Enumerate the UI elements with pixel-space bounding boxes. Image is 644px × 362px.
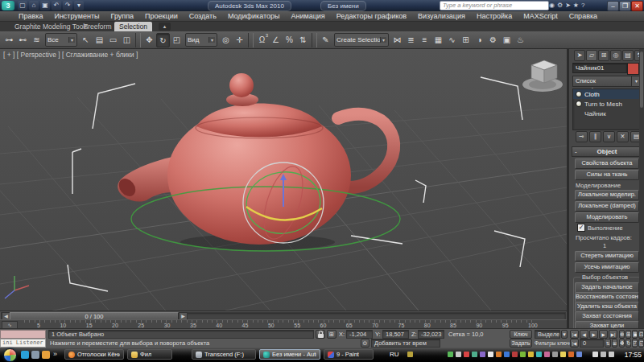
spinner-snap-button[interactable]: ⇅ [296,33,310,47]
selection-filter-select[interactable]: Все ▾ [45,33,77,47]
qat-dropdown-icon[interactable]: ▾ [74,1,84,10]
taskbar-clock[interactable]: 17:55 [625,351,642,359]
time-tag-icon[interactable]: ⊙ [361,339,369,348]
menu-views[interactable]: Проекции [139,12,184,20]
frame-spinner[interactable]: ⇅ [605,339,611,348]
tab-display-icon[interactable]: ▤ [622,50,634,61]
select-rotate-button[interactable]: ↻ [156,33,170,47]
task-paint[interactable]: 9 - Paint [324,349,374,360]
tray-icon[interactable] [496,352,502,357]
viewport-canvas[interactable]: [ + ] [ Perspective ] [ Сглаживание + бл… [0,49,567,311]
current-frame-field[interactable]: 0 [580,339,604,348]
new-file-icon[interactable]: ▢ [18,1,27,10]
pin-stack-icon[interactable]: ⊸ [576,131,588,142]
tray-icon[interactable] [528,352,534,357]
app-logo-icon[interactable]: 3 [2,1,14,10]
go-to-start-button[interactable]: |◀ [570,330,579,339]
rendered-frame-button[interactable]: ▣ [500,33,514,47]
make-unique-icon[interactable]: ∨ [603,131,615,142]
time-slider[interactable]: ◀ 0 / 100 ▶ [0,311,567,319]
menu-rendering[interactable]: Визуализация [412,12,471,20]
go-to-end-button[interactable]: ▶| [609,330,617,339]
select-and-link-icon[interactable]: ⊶ [2,33,16,47]
favorites-icon[interactable]: ★ [573,1,579,10]
track-bar[interactable]: ∿ 510 1520 2530 3540 4550 5560 6570 7580… [0,319,567,328]
object-properties-button[interactable]: Свойства объекта [575,158,639,169]
tray-icon[interactable] [480,352,485,357]
next-frame-button[interactable]: ▶ [599,330,608,339]
x-coordinate-field[interactable]: -1,204 [346,330,373,339]
edit-named-selections-button[interactable]: ✎ [319,33,332,47]
mirror-button[interactable]: ⋈ [390,33,404,47]
select-scale-button[interactable]: ◰ [170,33,184,47]
undo-icon[interactable]: ↶ [52,1,61,10]
simulate-button[interactable]: Моделировать [575,212,639,223]
volume-icon[interactable] [609,352,614,357]
tray-icon[interactable] [512,352,518,357]
curve-editor-button[interactable]: ∿ [445,33,459,47]
tray-icon[interactable] [520,352,526,357]
task-folder[interactable]: Фил [127,349,172,360]
redo-icon[interactable]: ↷ [63,1,72,10]
remove-modifier-icon[interactable]: ✕ [617,131,629,142]
tray-icon[interactable] [544,352,550,357]
use-pivot-center-button[interactable]: ◎ [219,33,233,47]
start-button[interactable] [3,348,17,362]
save-file-icon[interactable]: ▣ [40,1,50,10]
add-time-tag-field[interactable]: Добавить тэг врем [371,339,440,348]
simulate-local-button[interactable]: Локальное моделир. [575,190,639,200]
simulate-local-damped-button[interactable]: Локальное (damped) [575,201,639,212]
select-by-name-button[interactable]: ▤ [93,33,106,47]
quicklaunch-chevron-icon[interactable]: » [53,350,57,358]
tray-icon[interactable] [576,352,582,357]
y-coordinate-field[interactable]: 18,507 [382,330,409,339]
pan-icon[interactable]: ✥ [619,339,625,348]
selection-region-button[interactable]: ▭ [106,33,120,47]
chevron-down-icon[interactable]: ▾ [561,330,568,339]
communication-icon[interactable]: ➤ [565,1,571,10]
select-object-button[interactable]: ↖ [79,33,93,47]
show-end-result-icon[interactable]: ∥ [589,131,601,142]
menu-group[interactable]: Группа [105,12,140,20]
render-setup-button[interactable]: ⚙ [486,33,500,47]
field-of-view-icon[interactable]: ◰ [632,339,638,348]
menu-create[interactable]: Создать [184,12,222,20]
menu-animation[interactable]: Анимация [285,12,330,20]
tray-icon[interactable] [552,352,558,357]
set-keys-button[interactable]: Задать [510,339,532,348]
zoom-icon[interactable]: ⊕ [619,330,625,339]
tray-icon[interactable] [488,352,493,357]
maximize-viewport-icon[interactable]: ◱ [638,339,644,348]
tray-icon[interactable] [407,352,413,357]
z-coordinate-field[interactable]: -32,023 [418,330,444,339]
tray-icon[interactable] [568,352,574,357]
tab-create-icon[interactable]: ➤ [574,50,585,61]
language-indicator[interactable]: RU [390,351,399,358]
tray-icon[interactable] [472,352,477,357]
key-mode-toggle-button[interactable]: |◀ [570,339,579,348]
zoom-all-icon[interactable]: ⊞ [625,330,631,339]
quicklaunch-icon[interactable] [21,351,29,359]
selection-lock-button[interactable] [316,330,325,339]
task-3dsmax[interactable]: Без имени - Autode... [259,349,320,360]
menu-tools[interactable]: Инструменты [48,12,105,20]
reference-coordinate-select[interactable]: Вид ▾ [185,33,217,47]
tab-freeform[interactable]: Freeform [79,22,116,31]
macro-recorder-pane[interactable] [0,330,46,339]
quicklaunch-icon[interactable] [42,351,50,359]
menu-help[interactable]: Справка [564,12,603,20]
erase-simulation-button[interactable]: Стереть имитацию [575,251,639,261]
bulb-icon[interactable] [576,91,582,97]
select-move-button[interactable]: ✥ [142,33,156,47]
search-input[interactable]: Type a keyword or phrase [440,1,549,10]
menu-graph-editors[interactable]: Редакторы графиков [331,12,412,20]
close-button[interactable]: ✕ [631,1,643,11]
search-icon[interactable]: ◉ [549,1,555,10]
tray-icon[interactable] [536,352,542,357]
unlink-selection-icon[interactable]: ⊷ [16,33,30,47]
panel-scrollbar[interactable] [639,49,644,328]
tray-icon[interactable] [464,352,469,357]
tray-icon[interactable] [560,352,566,357]
play-button[interactable]: ▶ [589,330,598,339]
material-editor-button[interactable]: ◑ [473,33,486,47]
